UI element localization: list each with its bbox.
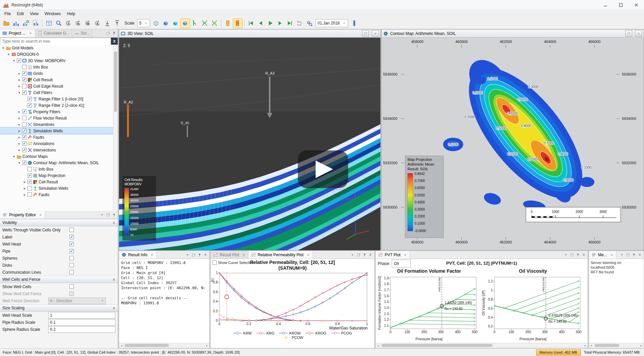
prop-checkbox[interactable] bbox=[69, 235, 74, 239]
tree-item-cell-filters[interactable]: ▾Cell Filters bbox=[0, 89, 113, 96]
view-from-above-icon[interactable] bbox=[102, 18, 112, 28]
view-from-east-icon[interactable]: E bbox=[93, 18, 102, 28]
tree-checkbox[interactable] bbox=[28, 167, 32, 171]
tab-project[interactable]: Project ... bbox=[0, 29, 35, 37]
panel-close-button[interactable] bbox=[368, 252, 373, 258]
tree-checkbox[interactable] bbox=[22, 141, 26, 146]
tree-item-contour-maps[interactable]: ▾Contour Maps bbox=[0, 153, 113, 160]
tree-item-info-box[interactable]: iInfo Box bbox=[0, 166, 113, 172]
window-float-button[interactable] bbox=[625, 30, 632, 37]
tree-expander-icon[interactable]: ▸ bbox=[23, 186, 26, 190]
animation-step-back-icon[interactable] bbox=[256, 18, 266, 28]
view-from-south-icon[interactable]: S bbox=[63, 18, 73, 28]
panel-pin-button[interactable] bbox=[575, 252, 581, 258]
tile-windows-icon[interactable] bbox=[44, 18, 54, 28]
legend-item-krog[interactable]: KROG bbox=[305, 331, 326, 335]
view-from-west-icon[interactable]: W bbox=[83, 18, 93, 28]
animation-skip-to-end-icon[interactable] bbox=[285, 18, 295, 28]
tree-item-range-filter-1--i-slice-20-[interactable]: Range Filter 1 [I-slice 20] bbox=[0, 96, 113, 102]
section-header-size-scaling[interactable]: Size Scaling∧ bbox=[0, 304, 118, 312]
menu-windows[interactable]: Windows bbox=[42, 11, 64, 17]
tree-checkbox[interactable] bbox=[22, 109, 26, 114]
tree-checkbox[interactable] bbox=[28, 180, 32, 184]
tree-item-simulation-wells[interactable]: ▸Simulation Wells bbox=[0, 128, 113, 134]
view-from-north-icon[interactable]: N bbox=[73, 18, 83, 28]
tree-item-cell-edge-result[interactable]: ▸Cell Edge Result bbox=[0, 83, 113, 89]
tree-checkbox[interactable] bbox=[22, 78, 26, 82]
tree-expander-icon[interactable]: ▾ bbox=[7, 52, 10, 56]
new-summary-plot-icon[interactable] bbox=[21, 18, 31, 28]
tree-item-grid-models[interactable]: ▾Grid Models bbox=[0, 45, 113, 51]
timestep-indicator-icon[interactable] bbox=[350, 18, 359, 28]
tree-checkbox[interactable] bbox=[22, 90, 26, 95]
tab-close-icon[interactable] bbox=[150, 253, 154, 257]
tree-item-cell-result[interactable]: ▸Cell Result bbox=[0, 179, 113, 185]
panel-pin-button[interactable] bbox=[197, 252, 202, 258]
scale-select[interactable]: 5 bbox=[137, 19, 150, 27]
search-input[interactable] bbox=[0, 38, 111, 45]
animation-repeat-icon[interactable] bbox=[295, 18, 305, 28]
menu-help[interactable]: Help bbox=[64, 11, 78, 17]
tree-checkbox[interactable] bbox=[22, 71, 26, 76]
tree-expander-icon[interactable]: ▸ bbox=[17, 135, 21, 139]
tree-checkbox[interactable] bbox=[22, 65, 26, 69]
tree-expander-icon[interactable]: ▸ bbox=[17, 129, 21, 133]
tree-expander-icon[interactable]: ▸ bbox=[23, 193, 26, 196]
prop-checkbox[interactable] bbox=[69, 249, 74, 253]
tree-item-contour-map--arithmetic-mean--soil[interactable]: ▾Contour Map: Arithmetic Mean, SOIL bbox=[0, 160, 113, 166]
plot-window-icon[interactable] bbox=[223, 18, 233, 28]
animation-settings-icon[interactable] bbox=[305, 18, 314, 28]
simulation-wells-icon[interactable] bbox=[190, 18, 200, 28]
tree-checkbox[interactable] bbox=[28, 186, 32, 190]
draw-style-surface-icon[interactable] bbox=[161, 18, 171, 28]
phase-select[interactable]: Oil bbox=[392, 260, 411, 268]
prop-checkbox[interactable] bbox=[69, 242, 74, 246]
pvt-chart-canvas[interactable]: 1.11.21.31.41.51.61.71.81.90100200300400… bbox=[377, 274, 481, 338]
panel-float-button[interactable] bbox=[569, 252, 575, 258]
tab-messages[interactable]: Me... bbox=[589, 251, 616, 259]
panel-close-button[interactable] bbox=[203, 252, 208, 258]
panel-close-button[interactable] bbox=[581, 252, 587, 258]
tab-result-info[interactable]: iResult Info bbox=[119, 251, 157, 259]
relperm-chart-canvas[interactable]: 00.20.40.60.8100.20.40.60.81KrWater/Gas … bbox=[211, 271, 374, 331]
tree-expander-icon[interactable]: ▸ bbox=[17, 72, 21, 75]
panel-float-button[interactable] bbox=[356, 252, 361, 258]
legend-item-krow[interactable]: KROW bbox=[279, 331, 301, 335]
tree-item-faults[interactable]: ▸Faults bbox=[0, 134, 113, 140]
tree-item-streamlines[interactable]: ▸Streamlines bbox=[0, 121, 113, 128]
tree-item-range-filter-2--j-slice-41-[interactable]: Range Filter 2 [J-slice 41] bbox=[0, 102, 113, 108]
section-header-visibility[interactable]: Visibility∧ bbox=[0, 219, 118, 226]
tree-item-3d-view--mobporv[interactable]: ▾3D View: MOBPORV bbox=[0, 57, 113, 64]
well-paths-icon[interactable] bbox=[200, 18, 210, 28]
show-grid-box-icon[interactable] bbox=[151, 18, 161, 28]
pvt-chart-canvas[interactable]: 0.20.40.60.811.20100200300400500Oil Visc… bbox=[481, 274, 585, 338]
tree-checkbox[interactable] bbox=[22, 84, 26, 88]
tree-item-info-box[interactable]: iInfo Box bbox=[0, 64, 113, 70]
tree-expander-icon[interactable]: ▾ bbox=[12, 154, 16, 158]
tree-checkbox[interactable] bbox=[22, 129, 26, 133]
scroll-left-icon[interactable] bbox=[589, 343, 594, 348]
tree-expander-icon[interactable]: ▾ bbox=[1, 46, 5, 50]
tree-expander-icon[interactable]: ▸ bbox=[17, 78, 21, 82]
prop-value-input[interactable]: 0.2 bbox=[48, 326, 115, 333]
maximize-button[interactable] bbox=[613, 0, 629, 10]
tab-close-icon[interactable] bbox=[29, 31, 33, 35]
tree-item-drogon-0[interactable]: ▾DROGON-0 bbox=[0, 51, 113, 57]
tree-checkbox[interactable] bbox=[28, 97, 32, 101]
legend-item-krw[interactable]: KRW bbox=[233, 331, 252, 335]
tree-item-property-filters[interactable]: ▸Property Filters bbox=[0, 108, 113, 115]
scroll-thumb[interactable] bbox=[381, 344, 492, 347]
tab-close-icon[interactable] bbox=[242, 253, 246, 257]
prop-checkbox[interactable] bbox=[69, 270, 74, 274]
tree-item-map-projection[interactable]: Map Projection bbox=[0, 172, 113, 179]
tab-result-plot[interactable]: Result Plot bbox=[211, 251, 249, 259]
tree-checkbox[interactable] bbox=[22, 122, 26, 127]
tab-relative-permeability-plot[interactable]: Relative Permeability Plot bbox=[249, 251, 313, 259]
tree-checkbox[interactable] bbox=[22, 135, 26, 139]
prop-value-input[interactable]: 0.1 bbox=[48, 319, 115, 326]
pvt-hscrollbar[interactable] bbox=[376, 343, 588, 348]
tree-expander-icon[interactable]: ▾ bbox=[12, 59, 16, 62]
panel-float-button[interactable] bbox=[105, 31, 111, 36]
scroll-thumb[interactable] bbox=[125, 344, 169, 347]
open-project-icon[interactable] bbox=[1, 18, 11, 28]
